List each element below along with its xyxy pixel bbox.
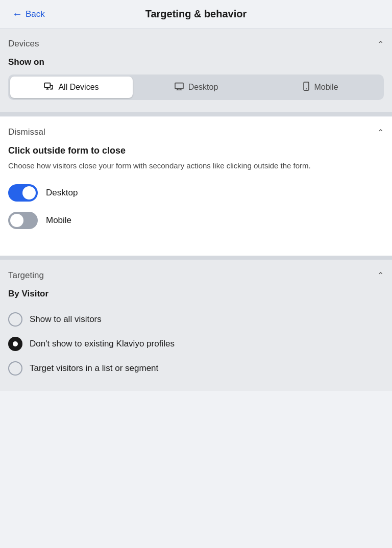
all-devices-option[interactable]: All Devices	[10, 77, 133, 98]
segment-label: Target visitors in a list or segment	[30, 363, 158, 373]
desktop-icon	[174, 82, 184, 92]
dismissal-chevron-icon: ⌃	[377, 128, 384, 137]
click-outside-desc: Choose how visitors close your form with…	[8, 160, 384, 172]
desktop-toggle-row: Desktop	[8, 184, 384, 202]
desktop-label: Desktop	[188, 83, 218, 92]
devices-chevron-icon: ⌃	[377, 39, 384, 49]
segment-option[interactable]: Target visitors in a list or segment	[8, 356, 384, 381]
devices-section: Devices ⌃ Show on All Devices	[0, 29, 392, 112]
back-arrow-icon: ←	[12, 8, 22, 20]
mobile-icon	[303, 82, 310, 93]
mobile-toggle-row: Mobile	[8, 212, 384, 229]
no-existing-radio	[8, 337, 22, 351]
devices-section-header: Devices ⌃	[8, 39, 384, 49]
all-devices-label: All Devices	[58, 83, 99, 92]
back-button[interactable]: ← Back	[8, 6, 49, 22]
svg-rect-0	[45, 83, 51, 88]
back-label: Back	[26, 9, 45, 19]
svg-rect-4	[175, 83, 183, 89]
page-title: Targeting & behavior	[145, 8, 247, 20]
mobile-label: Mobile	[314, 83, 338, 92]
mobile-toggle[interactable]	[8, 212, 38, 229]
divider-1	[0, 112, 392, 116]
by-visitor-label: By Visitor	[8, 289, 384, 299]
show-on-label: Show on	[8, 57, 384, 67]
all-visitors-option[interactable]: Show to all visitors	[8, 307, 384, 332]
desktop-option[interactable]: Desktop	[135, 77, 257, 98]
desktop-toggle-label: Desktop	[46, 188, 78, 198]
header: ← Back Targeting & behavior	[0, 0, 392, 29]
no-existing-label: Don't show to existing Klaviyo profiles	[30, 339, 175, 349]
targeting-chevron-icon: ⌃	[377, 270, 384, 280]
targeting-section-title: Targeting	[8, 270, 44, 281]
all-visitors-radio	[8, 312, 22, 327]
all-visitors-label: Show to all visitors	[30, 314, 102, 325]
divider-2	[0, 256, 392, 260]
dismissal-section-header: Dismissal ⌃	[8, 127, 384, 137]
targeting-section-header: Targeting ⌃	[8, 270, 384, 281]
mobile-toggle-slider	[8, 212, 38, 229]
no-existing-option[interactable]: Don't show to existing Klaviyo profiles	[8, 332, 384, 356]
desktop-toggle-slider	[8, 184, 38, 202]
desktop-toggle[interactable]	[8, 184, 38, 202]
click-outside-title: Click outside form to close	[8, 145, 384, 156]
device-selector: All Devices Desktop Mobile	[8, 74, 384, 100]
dismissal-section-title: Dismissal	[8, 127, 45, 137]
segment-radio	[8, 361, 22, 376]
targeting-section: Targeting ⌃ By Visitor Show to all visit…	[0, 260, 392, 391]
all-devices-icon	[44, 82, 54, 92]
mobile-option[interactable]: Mobile	[259, 77, 382, 98]
dismissal-section: Dismissal ⌃ Click outside form to close …	[0, 117, 392, 256]
mobile-toggle-label: Mobile	[46, 215, 71, 226]
devices-section-title: Devices	[8, 39, 39, 49]
